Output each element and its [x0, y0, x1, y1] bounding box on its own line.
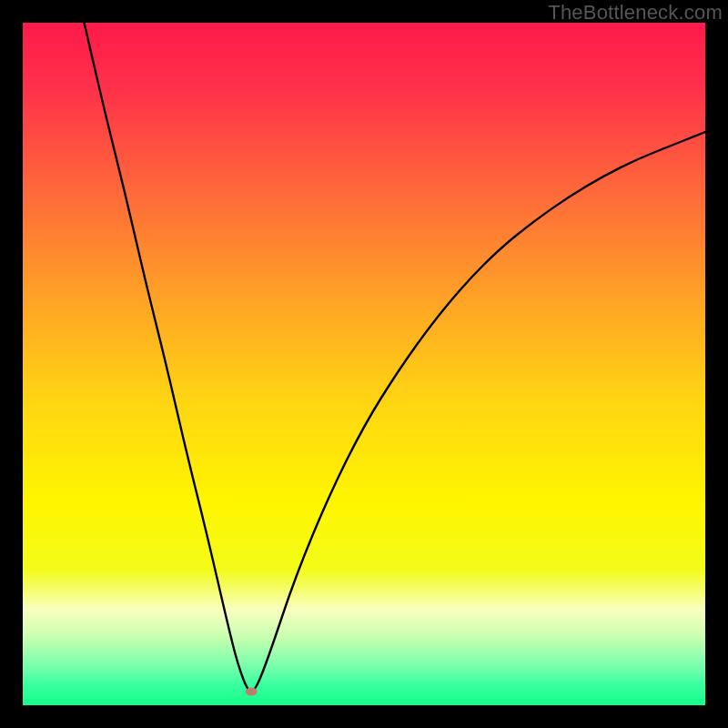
gradient-background	[23, 23, 705, 705]
chart-frame: TheBottleneck.com	[0, 0, 728, 728]
plot-area	[23, 23, 705, 705]
optimal-marker	[246, 688, 258, 696]
chart-svg	[23, 23, 705, 705]
watermark-label: TheBottleneck.com	[548, 1, 723, 25]
